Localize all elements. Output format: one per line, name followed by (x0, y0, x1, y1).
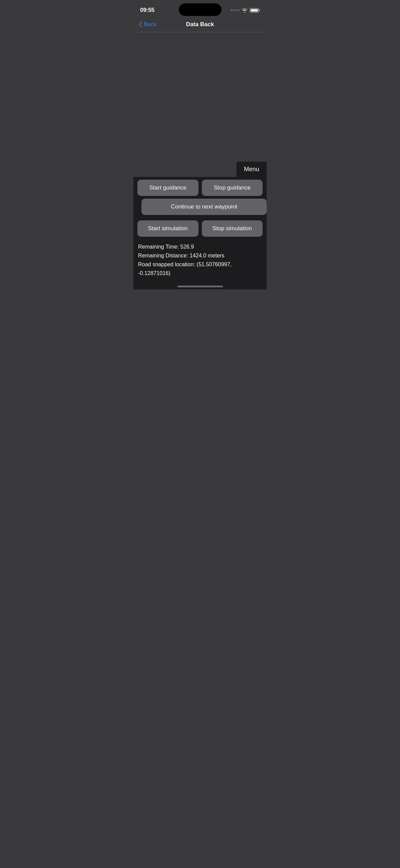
page-root: 09:55 (133, 0, 267, 289)
start-guidance-button[interactable]: Start guidance (137, 180, 198, 196)
waypoint-row: Continue to next waypoint (133, 199, 267, 218)
continue-waypoint-button[interactable]: Continue to next waypoint (141, 199, 267, 215)
bottom-panel: Start guidance Stop guidance Continue to… (133, 177, 267, 289)
status-right-icons (231, 8, 260, 13)
info-section: Remaining Time: 526.9 Remaining Distance… (133, 239, 267, 283)
simulation-button-row: Start simulation Stop simulation (133, 218, 267, 239)
nav-bar: Back Data Back (133, 18, 267, 32)
home-bar (177, 286, 223, 287)
stop-guidance-button[interactable]: Stop guidance (202, 180, 263, 196)
guidance-button-row: Start guidance Stop guidance (133, 177, 267, 199)
road-snapped-location-line1: Road snapped location: (51.50760997, (138, 260, 262, 269)
back-button[interactable]: Back (139, 21, 157, 28)
remaining-time: Remaining Time: 526.9 (138, 243, 262, 251)
stop-simulation-button[interactable]: Stop simulation (202, 220, 263, 237)
wifi-icon (242, 8, 248, 13)
status-bar: 09:55 (133, 0, 267, 18)
road-snapped-location-line2: -0.12871016) (138, 269, 262, 277)
battery-icon (250, 8, 260, 13)
remaining-distance: Remaining Distance: 1424.0 meters (138, 252, 262, 260)
back-label: Back (144, 21, 157, 28)
nav-title: Data Back (186, 21, 214, 28)
back-chevron-icon (139, 22, 142, 27)
menu-button[interactable]: Menu (236, 162, 267, 177)
map-area: Menu (133, 32, 267, 177)
start-simulation-button[interactable]: Start simulation (137, 220, 198, 237)
home-indicator (133, 283, 267, 289)
status-time: 09:55 (140, 7, 154, 14)
dynamic-island (179, 3, 222, 16)
signal-icon (231, 10, 240, 11)
